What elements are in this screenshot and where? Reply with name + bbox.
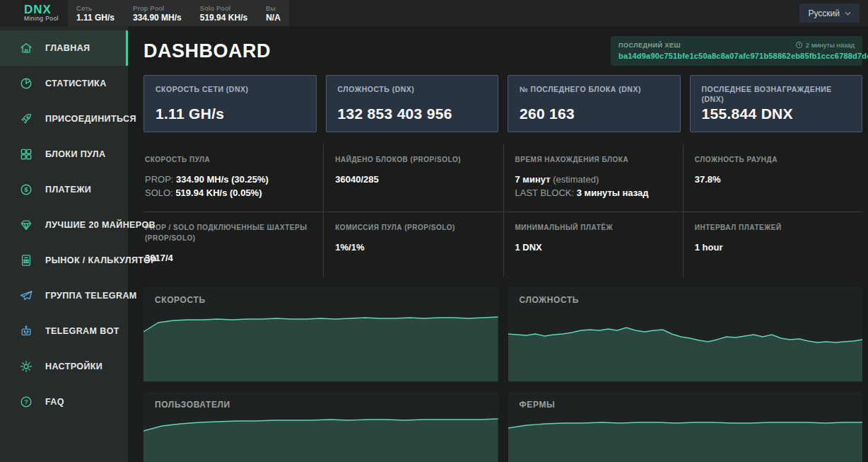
speed-area-chart[interactable] bbox=[143, 311, 498, 381]
card-label: № ПОСЛЕДНЕГО БЛОКА (DNX) bbox=[520, 84, 669, 94]
sidebar-item-label: FAQ bbox=[45, 397, 64, 407]
difficulty-area-chart[interactable] bbox=[508, 311, 863, 381]
card-label: СЛОЖНОСТЬ (DNX) bbox=[338, 84, 487, 94]
stat-value: N/A bbox=[266, 13, 281, 23]
sidebar-item-label: РЫНОК / КАЛЬКУЛЯТОР bbox=[45, 255, 157, 265]
last-hash-box: ПОСЛЕДНИЙ ХЕШ 2 минуты назад ba14d9a90c7… bbox=[611, 36, 862, 66]
chart-panel-speed: СКОРОСТЬ bbox=[143, 287, 498, 382]
sidebar-item-label: ПЛАТЕЖИ bbox=[45, 185, 91, 195]
cell-pool-fee: КОМИССИЯ ПУЛА (PROP/SOLO) 1%/1% bbox=[323, 212, 503, 277]
chart-title: СКОРОСТЬ bbox=[143, 287, 498, 311]
clock-icon bbox=[795, 41, 803, 49]
sidebar-item-top-miners[interactable]: ЛУЧШИЕ 20 МАЙНЕРОВ bbox=[0, 207, 128, 243]
last-hash-time-ago: 2 минуты назад bbox=[795, 41, 855, 49]
cell-label: СЛОЖНОСТЬ РАУНДА bbox=[695, 154, 855, 165]
payments-icon: $ bbox=[19, 183, 33, 197]
cell-value: PROP: 334.90 MH/s (30.25%) SOLO: 519.94 … bbox=[145, 173, 316, 200]
card-value: 132 853 403 956 bbox=[338, 105, 487, 122]
cell-label: КОМИССИЯ ПУЛА (PROP/SOLO) bbox=[335, 222, 495, 233]
sidebar-item-payments[interactable]: $ ПЛАТЕЖИ bbox=[0, 172, 128, 207]
stat-value: 334.90 MH/s bbox=[133, 13, 182, 23]
sidebar-item-pool-blocks[interactable]: БЛОКИ ПУЛА bbox=[0, 137, 128, 172]
main-content: DASHBOARD ПОСЛЕДНИЙ ХЕШ 2 минуты назад b… bbox=[128, 26, 868, 462]
svg-text:$: $ bbox=[25, 186, 28, 193]
robot-icon bbox=[19, 324, 33, 338]
cell-round-difficulty: СЛОЖНОСТЬ РАУНДА 37.8% bbox=[683, 144, 862, 212]
topbar-stat-network: Сеть 1.11 GH/s bbox=[76, 4, 115, 23]
users-area-chart[interactable] bbox=[143, 415, 498, 462]
stat-label: Prop Pool bbox=[133, 4, 182, 12]
stat-value: 519.94 KH/s bbox=[200, 13, 247, 23]
topbar: DNX Mining Pool Сеть 1.11 GH/s Prop Pool… bbox=[0, 0, 868, 26]
sidebar-item-home[interactable]: ГЛАВНАЯ bbox=[0, 30, 128, 66]
card-value: 155.844 DNX bbox=[702, 105, 851, 122]
sidebar-item-market-calculator[interactable]: РЫНОК / КАЛЬКУЛЯТОР bbox=[0, 243, 128, 278]
cell-label: МИНИМАЛЬНЫЙ ПЛАТЁЖ bbox=[515, 222, 676, 233]
gear-icon bbox=[19, 359, 33, 374]
sidebar-item-label: ЛУЧШИЕ 20 МАЙНЕРОВ bbox=[45, 220, 156, 230]
logo-subtitle: Mining Pool bbox=[24, 15, 68, 22]
cell-label: НАЙДЕНО БЛОКОВ (PROP/SOLO) bbox=[335, 154, 495, 165]
language-selector[interactable]: Русский bbox=[799, 4, 860, 23]
svg-text:?: ? bbox=[24, 398, 28, 405]
chart-title: ФЕРМЫ bbox=[508, 392, 863, 415]
topbar-stat-prop-pool: Prop Pool 334.90 MH/s bbox=[133, 4, 182, 23]
cell-label: СКОРОСТЬ ПУЛА bbox=[145, 154, 316, 165]
last-hash-label: ПОСЛЕДНИЙ ХЕШ bbox=[618, 42, 681, 49]
farms-area-chart[interactable] bbox=[508, 415, 863, 462]
sidebar-item-faq[interactable]: ? FAQ bbox=[0, 384, 128, 420]
sidebar-item-label: НАСТРОЙКИ bbox=[45, 362, 102, 371]
cell-payout-interval: ИНТЕРВАЛ ПЛАТЕЖЕЙ 1 hour bbox=[683, 212, 862, 277]
topbar-stat-you: Вы N/A bbox=[266, 4, 281, 23]
card-label: ПОСЛЕДНЕЕ ВОЗНАГРАЖДЕНИЕ (DNX) bbox=[702, 84, 851, 104]
cell-blocks-found: НАЙДЕНО БЛОКОВ (PROP/SOLO) 36040/285 bbox=[323, 144, 503, 212]
stat-value: 1.11 GH/s bbox=[76, 13, 115, 23]
card-network-speed: СКОРОСТЬ СЕТИ (DNX) 1.11 GH/s bbox=[143, 75, 317, 132]
card-last-reward: ПОСЛЕДНЕЕ ВОЗНАГРАЖДЕНИЕ (DNX) 155.844 D… bbox=[690, 75, 863, 132]
sidebar-item-statistics[interactable]: СТАТИСТИКА bbox=[0, 66, 128, 101]
cell-value: 37.8% bbox=[695, 174, 721, 185]
sidebar: ГЛАВНАЯ СТАТИСТИКА ПРИСОЕДИНИТЬСЯ БЛОКИ … bbox=[0, 26, 128, 462]
calculator-icon bbox=[19, 253, 33, 267]
card-difficulty: СЛОЖНОСТЬ (DNX) 132 853 403 956 bbox=[326, 75, 499, 132]
sidebar-item-label: ПРИСОЕДИНИТЬСЯ bbox=[45, 114, 136, 124]
rocket-icon bbox=[19, 112, 33, 126]
blocks-icon bbox=[19, 147, 33, 161]
sidebar-item-join[interactable]: ПРИСОЕДИНИТЬСЯ bbox=[0, 101, 128, 137]
cell-value: 36040/285 bbox=[335, 174, 378, 185]
sidebar-item-label: ГРУППА TELEGRAM bbox=[45, 291, 137, 301]
chart-title: ПОЛЬЗОВАТЕЛИ bbox=[143, 392, 498, 415]
card-last-block-number: № ПОСЛЕДНЕГО БЛОКА (DNX) 260 163 bbox=[508, 75, 681, 132]
sidebar-item-label: СТАТИСТИКА bbox=[45, 79, 107, 88]
cell-value: 1 hour bbox=[695, 242, 723, 253]
cell-value: 1%/1% bbox=[335, 242, 364, 253]
sidebar-item-label: БЛОКИ ПУЛА bbox=[45, 149, 105, 159]
chart-panel-users: ПОЛЬЗОВАТЕЛИ bbox=[143, 392, 498, 462]
last-hash-value[interactable]: ba14d9a90c751bfe1c50a8c8a07afc971b58862e… bbox=[618, 52, 855, 60]
stat-label: Solo Pool bbox=[200, 4, 247, 12]
sidebar-item-telegram-group[interactable]: ГРУППА TELEGRAM bbox=[0, 278, 128, 313]
sidebar-item-label: ГЛАВНАЯ bbox=[45, 43, 90, 53]
topbar-stats: Сеть 1.11 GH/s Prop Pool 334.90 MH/s Sol… bbox=[68, 0, 289, 26]
stat-cards: СКОРОСТЬ СЕТИ (DNX) 1.11 GH/s СЛОЖНОСТЬ … bbox=[143, 75, 862, 132]
cell-connected-miners: PROP / SOLO ПОДКЛЮЧЕННЫЕ ШАХТЕРЫ (PROP/S… bbox=[143, 212, 323, 277]
logo-title: DNX bbox=[24, 4, 68, 15]
cell-block-time: ВРЕМЯ НАХОЖДЕНИЯ БЛОКА 7 минут (estimate… bbox=[503, 144, 683, 212]
card-value: 260 163 bbox=[520, 105, 669, 122]
logo[interactable]: DNX Mining Pool bbox=[0, 0, 68, 26]
card-value: 1.11 GH/s bbox=[156, 105, 305, 122]
sidebar-item-settings[interactable]: НАСТРОЙКИ bbox=[0, 349, 128, 384]
telegram-plane-icon bbox=[19, 289, 33, 303]
card-label: СКОРОСТЬ СЕТИ (DNX) bbox=[156, 84, 305, 94]
cell-value: 7 минут (estimated) LAST BLOCK: 3 минуты… bbox=[515, 173, 676, 200]
stat-label: Вы bbox=[266, 4, 281, 12]
home-icon bbox=[19, 41, 33, 55]
statistics-icon bbox=[19, 76, 33, 91]
sidebar-item-telegram-bot[interactable]: TELEGRAM BOT bbox=[0, 313, 128, 349]
gem-icon bbox=[19, 218, 33, 232]
cell-label: ИНТЕРВАЛ ПЛАТЕЖЕЙ bbox=[695, 222, 855, 233]
language-selected-label: Русский bbox=[808, 8, 840, 18]
chart-panel-difficulty: СЛОЖНОСТЬ bbox=[508, 287, 863, 382]
sidebar-item-label: TELEGRAM BOT bbox=[45, 326, 119, 336]
chevron-down-icon bbox=[845, 11, 851, 16]
